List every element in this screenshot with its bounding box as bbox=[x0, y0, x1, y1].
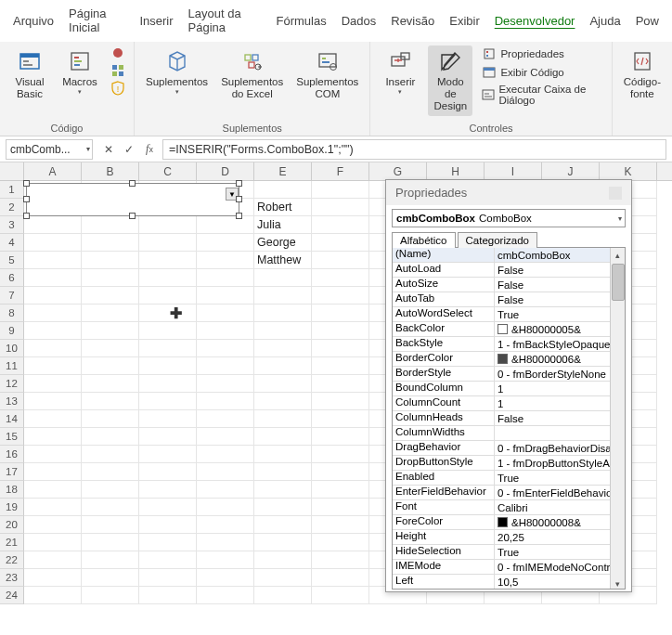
row-header[interactable]: 3 bbox=[0, 216, 24, 234]
cell[interactable] bbox=[197, 252, 254, 269]
cell[interactable] bbox=[82, 340, 139, 357]
row-header[interactable]: 2 bbox=[0, 199, 24, 216]
cell[interactable] bbox=[197, 393, 254, 410]
cell[interactable] bbox=[312, 199, 369, 216]
cell[interactable] bbox=[139, 481, 197, 499]
cell[interactable] bbox=[24, 428, 82, 446]
cell[interactable] bbox=[82, 357, 139, 375]
cell[interactable] bbox=[139, 463, 197, 481]
cell[interactable] bbox=[24, 534, 82, 551]
property-row[interactable]: ColumnHeadsFalse bbox=[393, 411, 610, 426]
cell[interactable] bbox=[197, 269, 254, 287]
name-box[interactable]: cmbComb... ▾ bbox=[6, 139, 93, 160]
cell[interactable] bbox=[139, 516, 197, 534]
combobox-control[interactable]: ▼ bbox=[26, 183, 239, 216]
cell[interactable] bbox=[82, 305, 139, 322]
row-header[interactable]: 5 bbox=[0, 252, 24, 269]
cell[interactable] bbox=[254, 287, 312, 305]
property-row[interactable]: AutoWordSelectTrue bbox=[393, 307, 610, 322]
cell[interactable] bbox=[254, 181, 312, 199]
cell[interactable] bbox=[312, 252, 369, 269]
property-value[interactable]: 0 - fmDragBehaviorDisab bbox=[495, 441, 610, 455]
cell[interactable] bbox=[312, 534, 369, 551]
property-row[interactable]: (Name)cmbComboBox bbox=[393, 248, 610, 263]
scroll-thumb[interactable] bbox=[612, 264, 625, 301]
property-row[interactable]: AutoLoadFalse bbox=[393, 263, 610, 278]
cell[interactable] bbox=[197, 357, 254, 375]
column-header[interactable]: C bbox=[139, 162, 197, 180]
use-relative-icon[interactable] bbox=[110, 63, 126, 78]
cell[interactable] bbox=[139, 305, 197, 322]
cancel-formula-button[interactable]: ✕ bbox=[99, 140, 118, 159]
excel-addins-button[interactable]: Suplementosdo Excel bbox=[217, 45, 287, 103]
cell[interactable] bbox=[254, 269, 312, 287]
resize-handle[interactable] bbox=[236, 213, 242, 219]
row-header[interactable]: 8 bbox=[0, 305, 24, 322]
cell[interactable] bbox=[24, 499, 82, 516]
menu-item-página-inicial[interactable]: Página Inicial bbox=[63, 4, 130, 37]
property-row[interactable]: AutoSizeFalse bbox=[393, 278, 610, 292]
cell[interactable] bbox=[82, 428, 139, 446]
cell[interactable] bbox=[24, 305, 82, 322]
cell[interactable] bbox=[254, 428, 312, 446]
cell[interactable] bbox=[312, 216, 369, 234]
cell[interactable] bbox=[139, 322, 197, 340]
cell[interactable] bbox=[254, 375, 312, 393]
column-header[interactable]: A bbox=[24, 162, 82, 180]
column-header[interactable]: J bbox=[542, 162, 600, 180]
cell[interactable] bbox=[312, 463, 369, 481]
column-header[interactable]: G bbox=[369, 162, 427, 180]
row-header[interactable]: 10 bbox=[0, 340, 24, 357]
property-value[interactable]: 0 - fmEnterFieldBehavior bbox=[495, 486, 610, 499]
cell[interactable]: Julia bbox=[254, 216, 312, 234]
cell[interactable] bbox=[197, 569, 254, 587]
property-row[interactable]: AutoTabFalse bbox=[393, 292, 610, 307]
property-value[interactable]: &H80000005& bbox=[495, 322, 610, 336]
cell[interactable] bbox=[24, 516, 82, 534]
cell[interactable] bbox=[139, 428, 197, 446]
cell[interactable] bbox=[24, 587, 82, 604]
properties-grid[interactable]: (Name)cmbComboBoxAutoLoadFalseAutoSizeFa… bbox=[392, 248, 626, 590]
property-row[interactable]: Left10,5 bbox=[393, 575, 610, 590]
property-value[interactable]: False bbox=[495, 278, 610, 292]
cell[interactable] bbox=[312, 446, 369, 463]
property-row[interactable]: BoundColumn1 bbox=[393, 382, 610, 396]
cell[interactable] bbox=[312, 375, 369, 393]
cell[interactable] bbox=[24, 357, 82, 375]
row-header[interactable]: 17 bbox=[0, 463, 24, 481]
cell[interactable] bbox=[24, 481, 82, 499]
cell[interactable] bbox=[82, 393, 139, 410]
cell[interactable] bbox=[254, 322, 312, 340]
cell[interactable] bbox=[82, 287, 139, 305]
menu-item-inserir[interactable]: Inserir bbox=[134, 11, 178, 31]
cell[interactable] bbox=[312, 569, 369, 587]
chevron-down-icon[interactable]: ▾ bbox=[618, 214, 622, 223]
property-row[interactable]: Height20,25 bbox=[393, 530, 610, 545]
menu-item-desenvolvedor[interactable]: Desenvolvedor bbox=[489, 11, 581, 31]
property-value[interactable]: 0 - fmBorderStyleNone bbox=[495, 367, 610, 381]
column-header[interactable]: B bbox=[82, 162, 139, 180]
cell[interactable] bbox=[197, 410, 254, 428]
formula-input[interactable]: =INSERIR("Forms.ComboBox.1";"") bbox=[162, 139, 666, 160]
property-row[interactable]: DragBehavior0 - fmDragBehaviorDisab bbox=[393, 441, 610, 456]
cell[interactable] bbox=[82, 252, 139, 269]
property-row[interactable]: BackStyle1 - fmBackStyleOpaque bbox=[393, 337, 610, 352]
cell[interactable] bbox=[139, 393, 197, 410]
cell[interactable] bbox=[24, 375, 82, 393]
cell[interactable] bbox=[139, 410, 197, 428]
cell[interactable] bbox=[24, 252, 82, 269]
cell[interactable] bbox=[24, 393, 82, 410]
cell[interactable] bbox=[197, 216, 254, 234]
cell[interactable] bbox=[197, 587, 254, 604]
run-dialog-button[interactable]: Executar Caixa de Diálogo bbox=[478, 83, 603, 107]
cell[interactable] bbox=[197, 287, 254, 305]
cell[interactable] bbox=[312, 269, 369, 287]
property-row[interactable]: DropButtonStyle1 - fmDropButtonStyleAr bbox=[393, 456, 610, 471]
property-row[interactable]: ForeColor&H80000008& bbox=[393, 515, 610, 530]
cell[interactable] bbox=[197, 340, 254, 357]
property-row[interactable]: BackColor&H80000005& bbox=[393, 322, 610, 337]
cell[interactable]: George bbox=[254, 234, 312, 252]
row-header[interactable]: 15 bbox=[0, 428, 24, 446]
view-code-button[interactable]: Exibir Código bbox=[478, 64, 603, 81]
row-header[interactable]: 6 bbox=[0, 269, 24, 287]
